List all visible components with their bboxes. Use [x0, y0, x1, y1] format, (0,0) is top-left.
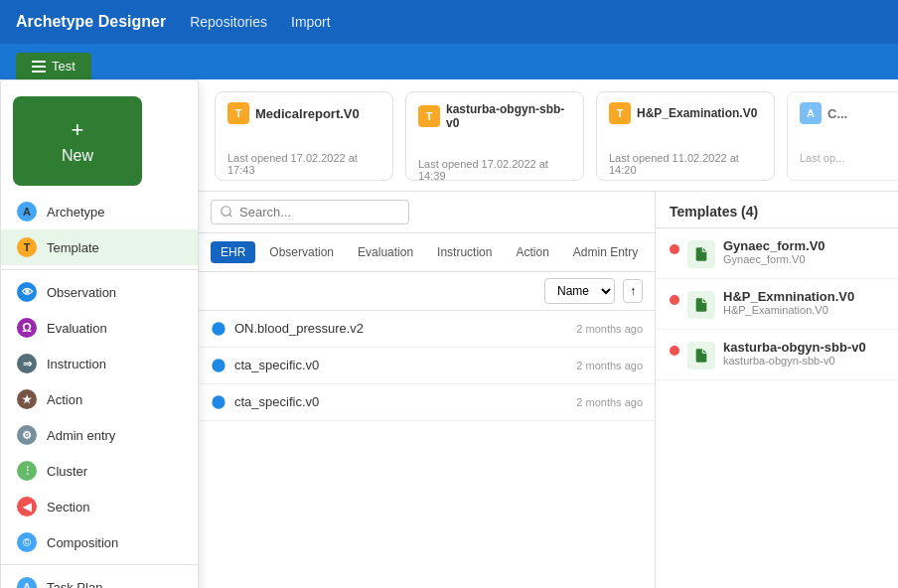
list-item-icon-1 [211, 358, 226, 373]
template-sub-1: H&P_Examination.V0 [723, 304, 854, 316]
list-item-1[interactable]: cta_specific.v0 2 months ago [199, 348, 655, 384]
search-icon [220, 205, 233, 219]
sort-bar: Name ↑ [199, 272, 655, 311]
main-content: + New A Archetype T Template 👁 Observati… [0, 79, 898, 588]
sort-select[interactable]: Name [544, 278, 615, 304]
archetype-icon: A [17, 202, 37, 221]
recent-badge-2: T [609, 102, 631, 124]
menu-item-instruction[interactable]: ⇒ Instruction [1, 346, 198, 381]
menu-label-task-plan: Task Plan [47, 580, 102, 589]
nav-import[interactable]: Import [291, 10, 331, 34]
recent-title-2: H&P_Examination.V0 [637, 106, 757, 120]
menu-item-section[interactable]: ◀ Section [1, 489, 198, 524]
app-title: Archetype Designer [16, 13, 166, 31]
filter-tab-cluster[interactable]: Cluster [652, 241, 655, 263]
template-file-icon-2 [687, 342, 715, 369]
filter-tab-instruction[interactable]: Instruction [427, 241, 502, 263]
list-item-date-1: 2 months ago [576, 360, 643, 371]
templates-panel-title: Templates (4) [656, 192, 898, 228]
sort-direction-button[interactable]: ↑ [623, 279, 643, 303]
recent-date-3: Last op... [800, 152, 898, 164]
menu-label-instruction: Instruction [47, 357, 106, 371]
svg-point-4 [212, 395, 224, 408]
menu-item-cluster[interactable]: ⋮ Cluster [1, 453, 198, 489]
search-bar [199, 192, 655, 233]
recent-title-3: C... [827, 106, 847, 121]
svg-point-0 [222, 207, 230, 216]
svg-point-2 [212, 322, 224, 335]
evaluation-icon: Ω [17, 318, 37, 338]
template-item-0[interactable]: Gynaec_form.V0 Gynaec_form.V0 [656, 228, 898, 279]
recent-card-1[interactable]: T kasturba-obgyn-sbb-v0 Last opened 17.0… [405, 91, 584, 181]
list-item-name-2: cta_specific.v0 [234, 394, 319, 409]
menu-item-template[interactable]: T Template [1, 229, 198, 265]
recent-card-0[interactable]: T Medicalreport.V0 Last opened 17.02.202… [215, 91, 393, 181]
center-panel: EHR Observation Evaluation Instruction A… [199, 192, 656, 588]
new-button[interactable]: + New [13, 96, 142, 186]
template-sub-0: Gynaec_form.V0 [723, 253, 825, 265]
search-input[interactable] [239, 205, 398, 220]
menu-item-task-plan[interactable]: A Task Plan [1, 569, 198, 588]
list-item-2[interactable]: cta_specific.v0 2 months ago [199, 384, 655, 421]
recent-date-1: Last opened 17.02.2022 at 14:39 [418, 158, 571, 182]
list-item-icon-2 [211, 394, 226, 410]
dropdown-menu: + New A Archetype T Template 👁 Observati… [0, 79, 199, 588]
template-icon: T [17, 237, 37, 257]
menu-item-action[interactable]: ★ Action [1, 381, 198, 417]
tab-label: Test [52, 59, 75, 74]
template-dot-0 [670, 244, 679, 254]
observation-icon: 👁 [17, 282, 37, 302]
recent-title-1: kasturba-obgyn-sbb-v0 [446, 102, 571, 130]
menu-divider-2 [1, 564, 198, 565]
cluster-icon: ⋮ [17, 461, 37, 481]
filter-tab-observation[interactable]: Observation [259, 241, 344, 263]
template-file-icon-0 [687, 240, 715, 268]
nav-repositories[interactable]: Repositories [190, 10, 267, 34]
plus-icon: + [72, 117, 84, 143]
template-dot-1 [670, 295, 679, 305]
admin-entry-icon: ⚙ [17, 425, 37, 445]
recent-bar: T Medicalreport.V0 Last opened 17.02.202… [199, 79, 898, 192]
search-input-wrap[interactable] [211, 200, 409, 224]
filter-tab-action[interactable]: Action [506, 241, 558, 263]
list-item-name-0: ON.blood_pressure.v2 [234, 321, 364, 336]
template-dot-2 [670, 346, 679, 356]
template-item-2[interactable]: kasturba-obgyn-sbb-v0 kasturba-obgyn-sbb… [656, 330, 898, 380]
menu-item-observation[interactable]: 👁 Observation [1, 274, 198, 310]
new-button-label: New [62, 147, 93, 165]
recent-title-0: Medicalreport.V0 [255, 106, 360, 121]
svg-line-1 [229, 215, 232, 218]
menu-label-composition: Composition [47, 535, 118, 550]
menu-item-composition[interactable]: © Composition [1, 524, 198, 560]
template-name-2: kasturba-obgyn-sbb-v0 [723, 340, 866, 355]
filter-tab-ehr[interactable]: EHR [211, 241, 255, 263]
tab-test[interactable]: Test [16, 53, 91, 79]
template-item-1[interactable]: H&P_Exmnination.V0 H&P_Examination.V0 [656, 279, 898, 330]
list-container: ON.blood_pressure.v2 2 months ago cta_sp… [199, 311, 655, 421]
template-sub-2: kasturba-obgyn-sbb-v0 [723, 355, 866, 367]
menu-item-evaluation[interactable]: Ω Evaluation [1, 310, 198, 346]
menu-label-section: Section [47, 500, 89, 514]
action-icon: ★ [17, 389, 37, 409]
instruction-icon: ⇒ [17, 354, 37, 373]
template-name-0: Gynaec_form.V0 [723, 238, 825, 253]
tab-bar: Test [0, 44, 898, 79]
top-nav: Archetype Designer Repositories Import [0, 0, 898, 44]
filter-tabs: EHR Observation Evaluation Instruction A… [199, 233, 655, 272]
list-item-date-2: 2 months ago [576, 396, 643, 408]
section-icon: ◀ [17, 497, 37, 516]
menu-label-action: Action [47, 392, 82, 407]
recent-badge-0: T [227, 102, 249, 124]
filter-tab-evaluation[interactable]: Evaluation [348, 241, 423, 263]
menu-label-archetype: Archetype [47, 205, 105, 220]
recent-card-3[interactable]: A C... Last op... [787, 91, 898, 181]
recent-date-0: Last opened 17.02.2022 at 17:43 [227, 152, 380, 176]
svg-point-3 [212, 359, 224, 371]
recent-date-2: Last opened 11.02.2022 at 14:20 [609, 152, 762, 176]
menu-item-archetype[interactable]: A Archetype [1, 194, 198, 229]
menu-item-admin-entry[interactable]: ⚙ Admin entry [1, 417, 198, 453]
task-plan-icon: A [17, 577, 37, 588]
recent-card-2[interactable]: T H&P_Examination.V0 Last opened 11.02.2… [596, 91, 775, 181]
list-item-0[interactable]: ON.blood_pressure.v2 2 months ago [199, 311, 655, 348]
filter-tab-admin-entry[interactable]: Admin Entry [563, 241, 648, 263]
